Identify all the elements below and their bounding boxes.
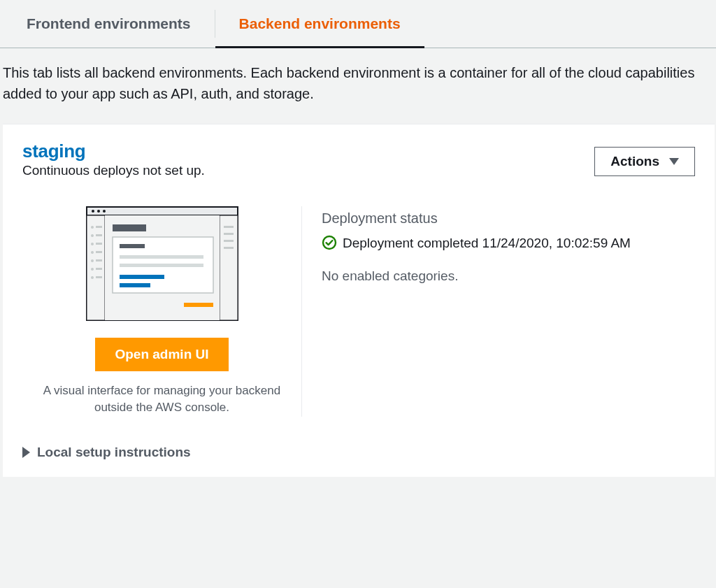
svg-rect-21 bbox=[96, 276, 102, 278]
svg-rect-33 bbox=[184, 303, 213, 307]
check-circle-icon bbox=[322, 235, 337, 250]
tab-description: This tab lists all backend environments.… bbox=[0, 48, 716, 124]
local-setup-label: Local setup instructions bbox=[37, 445, 191, 460]
svg-rect-6 bbox=[220, 215, 238, 320]
actions-button[interactable]: Actions bbox=[594, 147, 695, 176]
environment-name[interactable]: staging bbox=[22, 141, 205, 162]
svg-rect-17 bbox=[96, 259, 102, 261]
expand-right-icon bbox=[22, 447, 30, 458]
svg-rect-13 bbox=[96, 243, 102, 245]
actions-label: Actions bbox=[610, 154, 659, 169]
svg-rect-32 bbox=[120, 283, 150, 287]
svg-rect-9 bbox=[96, 226, 102, 228]
svg-point-18 bbox=[91, 268, 94, 271]
environment-subtext: Continuous deploys not set up. bbox=[22, 163, 205, 178]
svg-point-3 bbox=[97, 210, 100, 213]
svg-point-2 bbox=[92, 210, 94, 213]
admin-ui-column: Open admin UI A visual interface for man… bbox=[22, 206, 302, 417]
svg-rect-1 bbox=[87, 207, 238, 215]
svg-rect-23 bbox=[224, 233, 234, 235]
svg-rect-19 bbox=[96, 268, 102, 270]
environment-header: staging Continuous deploys not set up. A… bbox=[22, 141, 695, 178]
svg-rect-29 bbox=[120, 255, 203, 259]
svg-rect-28 bbox=[120, 244, 145, 248]
caret-down-icon bbox=[669, 158, 679, 165]
svg-rect-31 bbox=[120, 275, 164, 279]
deployment-status-heading: Deployment status bbox=[322, 210, 695, 227]
environments-tabs: Frontend environments Backend environmen… bbox=[0, 0, 716, 48]
svg-point-20 bbox=[91, 276, 94, 279]
svg-point-4 bbox=[103, 210, 106, 213]
svg-point-8 bbox=[91, 226, 94, 229]
enabled-categories-text: No enabled categories. bbox=[322, 268, 695, 284]
admin-ui-illustration-icon bbox=[86, 206, 238, 324]
svg-rect-11 bbox=[96, 234, 102, 236]
svg-point-10 bbox=[91, 234, 94, 237]
svg-point-16 bbox=[91, 259, 94, 262]
deployment-status-column: Deployment status Deployment completed 1… bbox=[322, 206, 695, 417]
svg-rect-22 bbox=[224, 226, 234, 228]
svg-point-12 bbox=[91, 243, 94, 245]
svg-rect-24 bbox=[224, 240, 234, 242]
open-admin-ui-button[interactable]: Open admin UI bbox=[95, 338, 228, 371]
svg-rect-30 bbox=[120, 264, 203, 267]
svg-point-14 bbox=[91, 251, 94, 254]
tab-backend-environments[interactable]: Backend environments bbox=[215, 0, 424, 48]
admin-ui-description: A visual interface for managing your bac… bbox=[25, 382, 299, 417]
svg-rect-15 bbox=[96, 251, 102, 253]
deployment-status-text: Deployment completed 11/24/2020, 10:02:5… bbox=[343, 234, 631, 254]
local-setup-toggle[interactable]: Local setup instructions bbox=[22, 442, 695, 463]
environment-card: staging Continuous deploys not set up. A… bbox=[3, 124, 715, 477]
svg-rect-26 bbox=[113, 224, 146, 231]
deployment-status-row: Deployment completed 11/24/2020, 10:02:5… bbox=[322, 234, 695, 254]
svg-rect-25 bbox=[224, 247, 234, 249]
tab-frontend-environments[interactable]: Frontend environments bbox=[3, 0, 215, 48]
